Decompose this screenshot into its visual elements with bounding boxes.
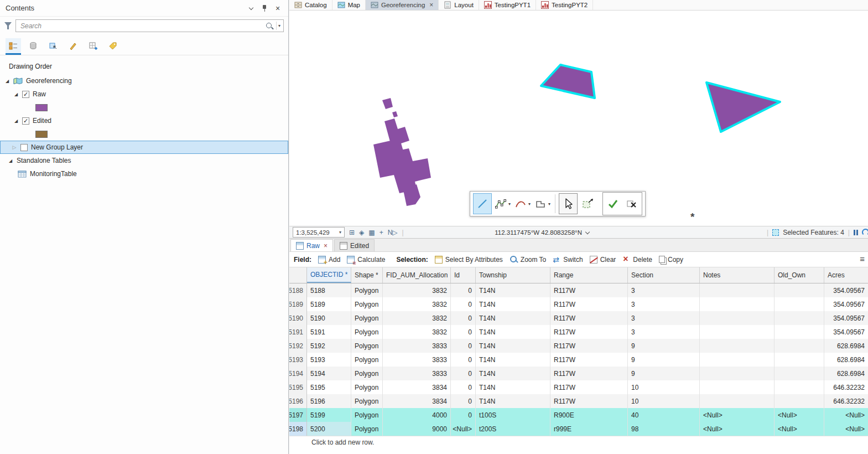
- refresh-icon[interactable]: [862, 229, 868, 236]
- table-row[interactable]: 51895189Polygon38320T14NR117W3354.09567: [289, 297, 868, 311]
- pause-drawing-icon[interactable]: [854, 230, 858, 235]
- cell-section[interactable]: 10: [628, 394, 700, 408]
- view-tab-map[interactable]: Map: [332, 0, 366, 10]
- cell-range[interactable]: R117W: [550, 325, 628, 339]
- layer-symbol-row-raw[interactable]: [0, 101, 288, 114]
- cell-old_own[interactable]: [775, 311, 824, 325]
- scale-select[interactable]: 1:3,525,429 ▾: [293, 227, 345, 238]
- header-shape[interactable]: Shape *: [351, 267, 383, 283]
- cell-id[interactable]: 0: [451, 394, 476, 408]
- switch-selection-button[interactable]: Switch: [553, 256, 583, 264]
- edited-polygon-quad[interactable]: [541, 65, 595, 98]
- cell-range[interactable]: R117W: [550, 380, 628, 394]
- tree-item-new-group-layer[interactable]: ▷ New Group Layer: [0, 141, 288, 154]
- cell-section[interactable]: 3: [628, 297, 700, 311]
- dropdown-icon[interactable]: ▾: [339, 230, 341, 235]
- cell-notes[interactable]: [700, 353, 775, 367]
- crosshair-icon[interactable]: +: [380, 229, 383, 236]
- cell-objectid[interactable]: 5196: [307, 394, 351, 408]
- calculate-field-button[interactable]: Calculate: [347, 256, 385, 264]
- copy-button[interactable]: Copy: [659, 256, 683, 264]
- cell-acres[interactable]: <Null>: [824, 408, 868, 422]
- cell-range[interactable]: R117W: [550, 297, 628, 311]
- cell-objectid[interactable]: 5200: [307, 422, 351, 436]
- cell-notes[interactable]: [700, 394, 775, 408]
- close-tab-icon[interactable]: ×: [429, 2, 433, 8]
- table-row[interactable]: 51885188Polygon38320T14NR117W3354.09567: [289, 283, 868, 297]
- cell-notes[interactable]: [700, 283, 775, 297]
- select-tool-button[interactable]: [559, 193, 578, 214]
- row-number[interactable]: 5193: [289, 353, 307, 367]
- cell-id[interactable]: 0: [451, 283, 476, 297]
- filter-icon[interactable]: [4, 22, 12, 29]
- header-township[interactable]: Township: [476, 267, 550, 283]
- cell-id[interactable]: <Null>: [451, 422, 476, 436]
- table-menu-icon[interactable]: ≡: [860, 254, 865, 264]
- table-row[interactable]: 51905190Polygon38320T14NR117W3354.09567: [289, 311, 868, 325]
- search-box[interactable]: ▾: [15, 19, 284, 32]
- table-row[interactable]: 51945194Polygon38330T14NR117W9628.6984: [289, 367, 868, 380]
- cell-old_own[interactable]: [775, 297, 824, 311]
- layer-symbol-raw[interactable]: [35, 104, 48, 111]
- cell-notes[interactable]: [700, 339, 775, 353]
- list-by-data-source-button[interactable]: [25, 38, 41, 55]
- cell-fid[interactable]: 9000: [383, 422, 451, 436]
- cell-fid[interactable]: 3832: [383, 283, 451, 297]
- cell-township[interactable]: T14N: [476, 283, 550, 297]
- view-tab-layout[interactable]: Layout: [439, 0, 479, 10]
- cell-shape[interactable]: Polygon: [351, 325, 383, 339]
- cell-old_own[interactable]: <Null>: [775, 422, 824, 436]
- table-row[interactable]: 51955195Polygon38340T14NR117W10646.32232: [289, 380, 868, 394]
- cell-township[interactable]: t200S: [476, 422, 550, 436]
- cell-shape[interactable]: Polygon: [351, 311, 383, 325]
- tree-item-monitoring-table[interactable]: MonitoringTable: [0, 167, 288, 180]
- cell-township[interactable]: T14N: [476, 380, 550, 394]
- cell-shape[interactable]: Polygon: [351, 283, 383, 297]
- header-range[interactable]: Range: [550, 267, 628, 283]
- layer-visibility-checkbox[interactable]: [20, 144, 28, 151]
- collapse-icon[interactable]: ◢: [13, 118, 19, 123]
- cell-objectid[interactable]: 5191: [307, 325, 351, 339]
- cell-objectid[interactable]: 5192: [307, 339, 351, 353]
- cell-fid[interactable]: 3834: [383, 380, 451, 394]
- list-by-editing-button[interactable]: [65, 38, 81, 55]
- cell-township[interactable]: T14N: [476, 297, 550, 311]
- cell-objectid[interactable]: 5193: [307, 353, 351, 367]
- cell-section[interactable]: 3: [628, 311, 700, 325]
- row-number[interactable]: 5194: [289, 367, 307, 380]
- row-number[interactable]: 5195: [289, 380, 307, 394]
- table-tab-raw[interactable]: Raw ×: [290, 239, 333, 251]
- cell-fid[interactable]: 3832: [383, 311, 451, 325]
- cell-acres[interactable]: 354.09567: [824, 311, 868, 325]
- cell-township[interactable]: T14N: [476, 353, 550, 367]
- row-number[interactable]: 5196: [289, 394, 307, 408]
- pin-icon[interactable]: [259, 3, 269, 13]
- cell-id[interactable]: 0: [451, 311, 476, 325]
- dropdown-icon[interactable]: ▾: [508, 202, 511, 207]
- cell-section[interactable]: 3: [628, 283, 700, 297]
- dropdown-icon[interactable]: ▾: [548, 202, 550, 207]
- panel-menu-icon[interactable]: [246, 3, 256, 13]
- add-field-button[interactable]: Add: [318, 256, 340, 264]
- north-arrow-icon[interactable]: N▷: [388, 229, 398, 236]
- cell-objectid[interactable]: 5194: [307, 367, 351, 380]
- cell-notes[interactable]: <Null>: [700, 408, 775, 422]
- list-by-selection-button[interactable]: [45, 38, 61, 55]
- cell-notes[interactable]: [700, 311, 775, 325]
- chevron-down-icon[interactable]: [585, 229, 590, 234]
- coordinates-display[interactable]: 112.3117475°W 42.8083258°N: [495, 229, 589, 236]
- tree-item-layer-edited[interactable]: ◢ ✓ Edited: [0, 114, 288, 127]
- header-id[interactable]: Id: [451, 267, 476, 283]
- table-row[interactable]: 51975199Polygon40000t100SR900E40<Null><N…: [289, 408, 868, 422]
- row-number[interactable]: 5192: [289, 339, 307, 353]
- cell-acres[interactable]: 354.09567: [824, 325, 868, 339]
- header-objectid[interactable]: OBJECTID *: [307, 267, 351, 283]
- box-select-tool-button[interactable]: [579, 193, 597, 214]
- dropdown-icon[interactable]: ▾: [528, 202, 531, 207]
- cell-old_own[interactable]: [775, 394, 824, 408]
- cell-objectid[interactable]: 5189: [307, 297, 351, 311]
- cell-old_own[interactable]: [775, 380, 824, 394]
- tree-item-map[interactable]: ◢ Georeferencing: [0, 74, 288, 87]
- expand-icon[interactable]: ▷: [12, 145, 17, 150]
- polyline-tool-button[interactable]: ▾: [493, 193, 512, 214]
